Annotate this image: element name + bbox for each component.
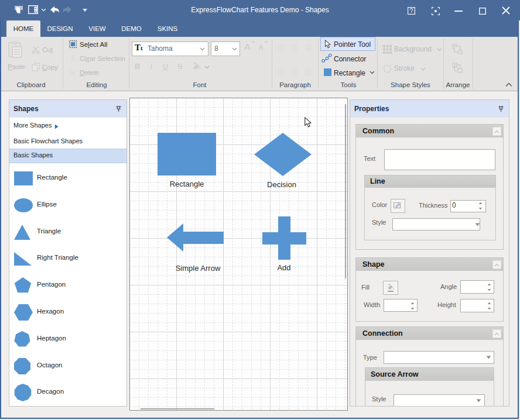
svg-text:Add: Add xyxy=(277,263,290,272)
svg-text:?: ? xyxy=(410,8,413,14)
svg-text:Simple Arrow: Simple Arrow xyxy=(176,264,221,273)
svg-text:Rectangle: Rectangle xyxy=(170,180,204,188)
svg-text:Decision: Decision xyxy=(267,180,296,189)
